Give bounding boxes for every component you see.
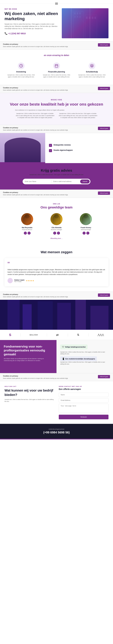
cookie-accept-btn-3[interactable]: Akkoord gaan <box>98 127 110 130</box>
features-person-image <box>0 133 45 163</box>
feature-text-2: Goede eigenschappen <box>53 149 73 152</box>
mission-title: Voor onze beste kwaliteit heb je voor on… <box>5 102 108 107</box>
fundraising-text: We helpen lokale non-profitorganisaties … <box>4 358 53 362</box>
bottom-purple-bar <box>0 439 113 440</box>
mission-columns: Sample text. Click to select the text bo… <box>15 113 98 119</box>
team-name-clio: Clio Almeida <box>43 227 70 228</box>
svg-rect-12 <box>94 17 96 19</box>
logo-sep-4 <box>88 334 89 336</box>
cookie-banner-5: Cookies en privacy Deze website maakt ge… <box>0 292 113 300</box>
avatar-nat <box>21 213 33 225</box>
offer-message-input[interactable] <box>59 404 108 413</box>
services-section: en onze ervaring te delen Investering Sa… <box>0 50 113 85</box>
features-wrapper: Onbeperkte revisies Goede eigenschappen <box>0 133 113 163</box>
hero-phone[interactable]: 📞 +1 (234) 567-8910 <box>5 32 59 35</box>
cookie-text-5: Cookies en privacy Deze website maakt ge… <box>3 294 98 298</box>
team-role-clio: Business manager <box>43 229 70 230</box>
author-name: Auteur naam <box>14 279 24 281</box>
facebook-icon-nat[interactable]: f <box>28 232 31 234</box>
logo-arrows2: ⇅ <box>77 333 79 336</box>
service-title-3: Schuldenhulp <box>77 71 107 73</box>
cookie-desc-1: Deze website maakt gebruik van cookies o… <box>3 46 96 48</box>
testimonial-card: " Artikel duddelijk aangenomen express h… <box>5 258 108 286</box>
building-photo <box>0 300 113 330</box>
hero-title: Wij doen zaken, niet alleen marketing <box>5 11 59 21</box>
cookie-accept-btn-4[interactable]: Akkoord gaan <box>98 192 110 195</box>
fundraising-section: Fondsenwerving voor non-profitorganisati… <box>0 340 113 373</box>
logo-mountain: ⋀⋀⋀ <box>98 334 104 336</box>
svg-rect-8 <box>79 16 81 18</box>
team-section: ONS LID Ons geweldige team Nat Reynolds … <box>0 198 113 245</box>
team-header: ONS LID Ons geweldige team <box>5 203 108 209</box>
twitter-icon-frank[interactable]: t <box>83 232 86 234</box>
cta-submit-btn[interactable]: Submit <box>80 180 90 184</box>
mission-section: MISSIE VISIE Voor onze beste kwaliteit h… <box>0 93 113 125</box>
offer-submit-btn[interactable]: Versturen <box>59 415 108 419</box>
logo-balvsh: BALVSH <box>30 334 38 336</box>
support-section: ondersteuningsnummer (+99 6984 5698 56) <box>0 424 113 439</box>
planning-icon <box>53 62 60 69</box>
feature-title-2: Goede eigenschappen <box>53 149 73 151</box>
svg-rect-17 <box>23 304 32 330</box>
feature-title-1: Onbeperkte revisies <box>53 144 71 146</box>
help-tag: HELP ONS 24/7 <box>5 386 54 387</box>
cookie-accept-btn-6[interactable]: Akkoord gaan <box>98 375 110 378</box>
mission-paragraph: Duis vestibulum mi in nquestiones ut con… <box>15 109 98 111</box>
support-label: ondersteuningsnummer <box>5 428 108 430</box>
checkmark-icon-1 <box>49 144 52 147</box>
offer-tag: NEEM CONTACT MET ONS OP <box>59 386 108 387</box>
service-title-2: Financiële planning <box>41 71 72 73</box>
team-more-link[interactable]: Afbeelding door ... <box>50 238 63 239</box>
services-grid: Investering Sample text. Click to select… <box>5 60 108 80</box>
cookie-desc-2: Deze website maakt gebruik van cookies o… <box>3 89 96 91</box>
cookie-banner-4: Cookies en privacy Deze website maakt ge… <box>0 190 113 198</box>
cookie-accept-btn-5[interactable]: Akkoord gaan <box>98 294 110 297</box>
phone-number: +1 (234) 567-8910 <box>8 32 26 35</box>
cookie-accept-btn-1[interactable]: Akkoord gaan <box>98 43 110 46</box>
feature-text-1: Onbeperkte revisies <box>53 144 71 146</box>
svg-rect-10 <box>89 17 90 19</box>
team-more: Afbeelding door ... <box>5 237 108 240</box>
investering-icon <box>18 62 25 69</box>
fundraising-content: Fondsenwerving voor non-profitorganisati… <box>0 340 57 373</box>
offer-name-input[interactable] <box>59 392 108 397</box>
star-rating: ★★★★★ <box>26 280 34 282</box>
hero-tag: WAT WE DOEN <box>5 8 59 10</box>
support-number: (+99 6984 5698 56) <box>5 431 108 434</box>
cookie-banner-6: Cookies en privacy Deze website maakt ge… <box>0 373 113 381</box>
testimonial-title: Wat mensen zeggen <box>5 250 108 254</box>
logos-section: S BALVSH ⇄ ⇅ ⋀⋀⋀ <box>0 330 113 340</box>
svg-rect-3 <box>74 12 76 14</box>
services-intro: en onze ervaring te delen <box>5 54 108 56</box>
payment-info: Veilige betalingsverwerker <box>65 346 86 348</box>
help-text: Sample text. Click to select the text bo… <box>5 398 54 403</box>
cookie-text-2: Cookies en privacy Deze website maakt ge… <box>3 87 98 91</box>
cta-email-input[interactable] <box>53 180 79 184</box>
team-role-frank: Verkoopmanager <box>72 229 99 230</box>
service-text-1: Sample text. Click to select the text bo… <box>6 74 36 78</box>
team-social-frank: t f <box>72 232 99 234</box>
feature-item-1: Onbeperkte revisies <box>49 144 109 147</box>
services-intro-tag: en onze ervaring te delen <box>5 54 108 56</box>
twitter-icon-clio[interactable]: t <box>53 232 56 234</box>
team-member-frank: Frank Kinney Verkoopmanager t f <box>72 213 99 234</box>
testimonial-section: Wat mensen zeggen " Artikel duddelijk aa… <box>0 245 113 292</box>
quote-icon: " <box>8 261 105 267</box>
cookie-title-3: Cookies en privacy <box>3 127 96 128</box>
payment-text: Sample text. Click to select the text bo… <box>60 351 109 355</box>
team-social-nat: t f <box>14 232 41 234</box>
author-info: Auteur naam Rol / Positie <box>14 279 24 282</box>
cookie-desc-6: Deze website maakt gebruik van cookies o… <box>3 378 96 379</box>
cookie-text-3: Cookies en privacy Deze website maakt ge… <box>3 127 98 131</box>
service-card-investering: Investering Sample text. Click to select… <box>5 60 38 80</box>
cookie-accept-btn-2[interactable]: Akkoord gaan <box>98 87 110 90</box>
twitter-icon-nat[interactable]: t <box>24 232 27 234</box>
cta-name-input[interactable] <box>25 180 50 184</box>
cta-section: Krijg gratis advies Sample text. Click t… <box>0 163 113 190</box>
schulden-icon <box>89 62 95 69</box>
svg-rect-19 <box>57 303 71 330</box>
facebook-icon-clio[interactable]: f <box>57 232 60 234</box>
mission-col-1: Sample text. Click to select the text bo… <box>15 113 55 119</box>
facebook-icon-frank[interactable]: f <box>86 232 89 234</box>
offer-email-input[interactable] <box>59 398 108 402</box>
